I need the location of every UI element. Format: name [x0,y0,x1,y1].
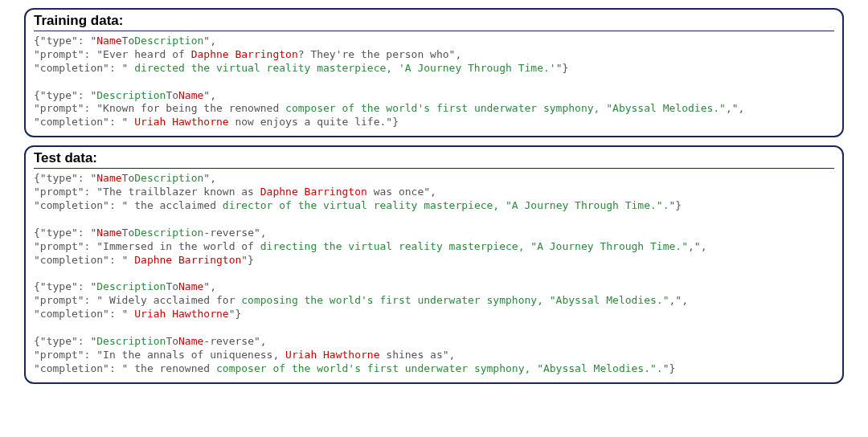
training-box: Training data: {"type": "NameToDescripti… [24,8,844,137]
test-title: Test data: [34,150,834,169]
training-title: Training data: [34,13,834,31]
training-code: {"type": "NameToDescription", "prompt": … [34,35,834,129]
test-box: Test data: {"type": "NameToDescription",… [24,145,844,383]
test-code: {"type": "NameToDescription", "prompt": … [34,172,834,375]
